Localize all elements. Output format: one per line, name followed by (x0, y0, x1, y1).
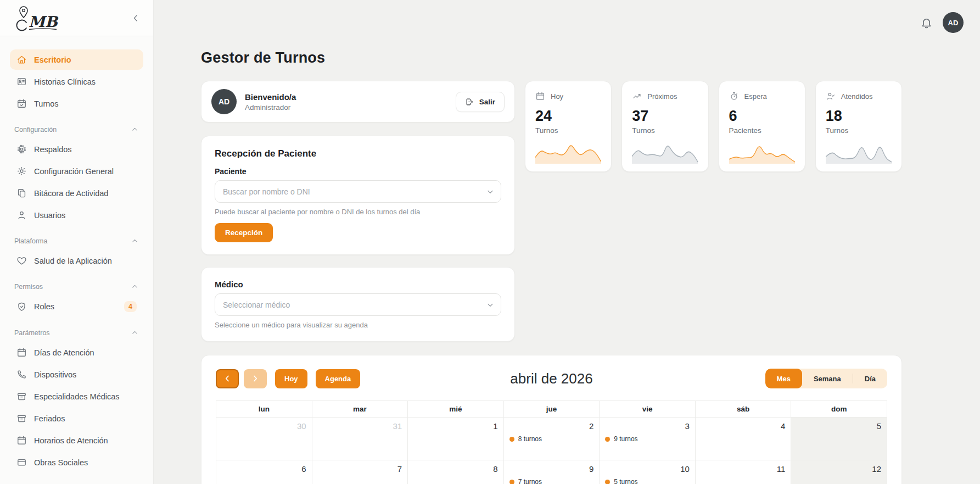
heart-icon (16, 255, 27, 266)
calendar-cell-11[interactable]: 11 (695, 460, 791, 484)
stat-header: Espera (729, 91, 795, 101)
agenda-button[interactable]: Agenda (316, 369, 361, 388)
stat-card-espera: Espera6Pacientes (719, 81, 805, 172)
user-avatar[interactable]: AD (943, 12, 964, 33)
turnos-event-badge[interactable]: 8 turnos (509, 435, 600, 443)
section-header-plataforma: Plataforma (10, 227, 143, 251)
calendar-cell-3[interactable]: 39 turnos (600, 418, 696, 460)
reception-button[interactable]: Recepción (215, 223, 273, 242)
notifications-bell-icon[interactable] (920, 16, 933, 29)
calendar-cell-1[interactable]: 1 (408, 418, 504, 460)
sidebar-nav: EscritorioHistorias ClínicasTurnosConfig… (0, 36, 153, 484)
sidebar-item-historias-clinicas[interactable]: Historias Clínicas (10, 71, 143, 92)
calendar-cell-6[interactable]: 6 (216, 460, 312, 484)
patient-search-input[interactable] (215, 180, 501, 203)
medico-hint: Seleccione un médico para visualizar su … (215, 321, 501, 329)
sidebar-item-especialidades-medicas[interactable]: Especialidades Médicas (10, 386, 143, 407)
reception-title: Recepción de Paciente (215, 148, 501, 159)
welcome-greeting: Bienvenido/a (245, 92, 447, 102)
chevron-up-icon[interactable] (131, 125, 139, 133)
stat-header: Próximos (632, 91, 698, 101)
logout-button[interactable]: Salir (456, 92, 505, 112)
sidebar-item-label: Respaldos (34, 145, 137, 154)
sidebar-item-dias-de-atencion[interactable]: Días de Atención (10, 342, 143, 363)
calendar-cell-7[interactable]: 7 (312, 460, 408, 484)
calendar-cell-10[interactable]: 105 turnos (600, 460, 696, 484)
medico-select[interactable] (215, 293, 501, 316)
sidebar-item-respaldos[interactable]: Respaldos (10, 139, 143, 159)
sidebar-collapse-button[interactable] (130, 13, 141, 24)
chevron-up-icon[interactable] (131, 329, 139, 337)
sidebar-item-obras-sociales[interactable]: Obras Sociales (10, 452, 143, 472)
shield-icon (16, 302, 27, 312)
archive-icon (16, 413, 27, 424)
calendar-cell-12[interactable]: 12 (791, 460, 887, 484)
calendar-cell-5[interactable]: 5 (791, 418, 887, 460)
day-number: 5 (791, 418, 887, 431)
today-button[interactable]: Hoy (275, 369, 307, 388)
calendar-cell-31[interactable]: 31 (312, 418, 408, 460)
calendar-check-icon (16, 98, 27, 109)
day-header-jue: jue (503, 401, 600, 418)
stat-header: Hoy (535, 91, 601, 101)
calendar-cell-9[interactable]: 97 turnos (503, 460, 600, 484)
day-header-dom: dom (791, 401, 887, 418)
stat-label: Atendidos (841, 92, 873, 101)
prev-month-button[interactable] (216, 369, 239, 388)
turnos-event-badge[interactable]: 5 turnos (605, 478, 695, 484)
day-header-mie: mié (408, 401, 504, 418)
sidebar-item-bitacora-de-actividad[interactable]: Bitácora de Actividad (10, 183, 143, 203)
event-label: 7 turnos (518, 478, 542, 484)
sidebar-item-label: Obras Sociales (34, 458, 137, 467)
section-label: Configuración (14, 126, 57, 133)
sidebar-item-feriados[interactable]: Feriados (10, 408, 143, 429)
section-header-permisos: Permisos (10, 272, 143, 296)
sidebar-item-label: Horarios de Atención (34, 436, 137, 445)
sidebar-item-label: Feriados (34, 414, 137, 423)
turnos-event-badge[interactable]: 7 turnos (509, 478, 600, 484)
calendar-cell-30[interactable]: 30 (216, 418, 312, 460)
sidebar-item-label: Historias Clínicas (34, 77, 137, 86)
welcome-card: AD Bienvenido/a Administrador Salir (201, 81, 515, 123)
reception-card: Recepción de Paciente Paciente Puede bus… (201, 136, 515, 255)
next-month-button[interactable] (244, 369, 267, 388)
sidebar-item-horarios-de-atencion[interactable]: Horarios de Atención (10, 430, 143, 450)
stat-header: Atendidos (826, 91, 892, 101)
sidebar-item-dispositivos[interactable]: Dispositivos (10, 364, 143, 385)
calendar-cell-2[interactable]: 28 turnos (503, 418, 600, 460)
sidebar-item-turnos[interactable]: Turnos (10, 93, 143, 114)
logout-icon (465, 97, 474, 107)
sidebar-item-configuracion-general[interactable]: Configuración General (10, 161, 143, 181)
chevron-up-icon[interactable] (131, 282, 139, 291)
day-header-sab: sáb (695, 401, 791, 418)
sidebar-item-label: Salud de la Aplicación (34, 257, 137, 265)
view-button-dia[interactable]: Día (853, 369, 887, 388)
stat-unit: Pacientes (729, 126, 795, 135)
calendar-icon (16, 347, 27, 358)
medico-card: Médico Seleccione un médico para visuali… (201, 267, 515, 342)
sidebar-item-label: Días de Atención (34, 348, 137, 357)
turnos-event-badge[interactable]: 9 turnos (605, 435, 695, 443)
sidebar-item-label: Roles (34, 302, 117, 311)
sidebar-item-salud-de-la-aplicacion[interactable]: Salud de la Aplicación (10, 251, 143, 271)
event-dot-icon (509, 480, 514, 484)
event-dot-icon (605, 480, 610, 484)
day-number: 6 (216, 460, 312, 474)
sidebar-item-roles[interactable]: Roles4 (10, 296, 143, 317)
stat-card-hoy: Hoy24Turnos (525, 81, 612, 172)
sidebar-item-escritorio[interactable]: Escritorio (10, 49, 143, 70)
stat-value: 24 (535, 108, 601, 125)
sidebar-item-usuarios[interactable]: Usuarios (10, 205, 143, 225)
patient-field-label: Paciente (215, 167, 501, 176)
home-icon (16, 54, 27, 65)
sidebar-item-label: Especialidades Médicas (34, 392, 137, 401)
day-number: 10 (600, 460, 695, 474)
patient-search-hint: Puede buscar al paciente por nombre o DN… (215, 208, 501, 216)
stat-card-atendidos: Atendidos18Turnos (815, 81, 902, 172)
view-button-semana[interactable]: Semana (802, 369, 853, 388)
calendar-cell-4[interactable]: 4 (695, 418, 791, 460)
chevron-up-icon[interactable] (131, 237, 139, 245)
view-button-mes[interactable]: Mes (765, 369, 802, 388)
day-number: 7 (312, 460, 408, 474)
calendar-cell-8[interactable]: 8 (408, 460, 504, 484)
